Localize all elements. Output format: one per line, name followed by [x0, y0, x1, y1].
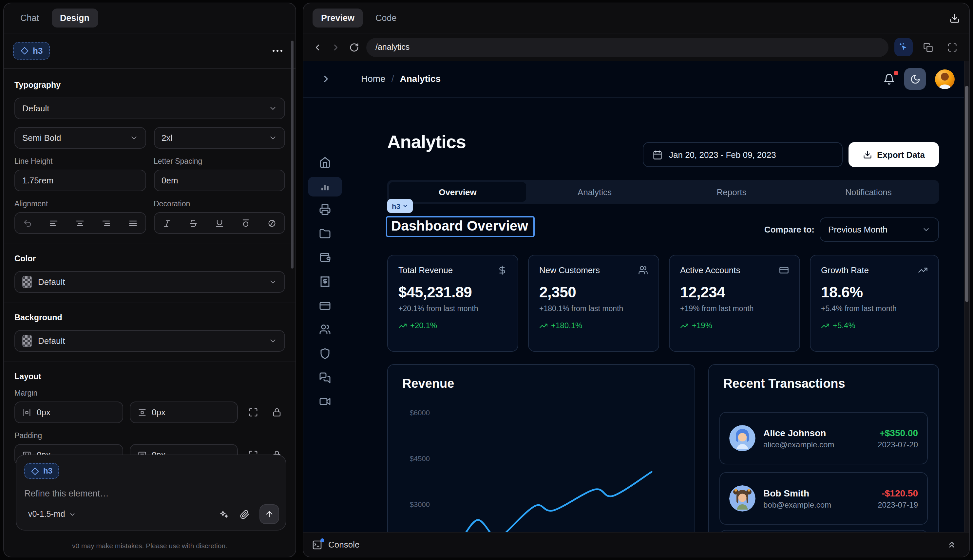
font-weight-select[interactable]: Semi Bold: [14, 127, 146, 149]
more-options-button[interactable]: [269, 46, 286, 56]
console-bar[interactable]: Console: [304, 532, 969, 557]
tab-notifications[interactable]: Notifications: [800, 182, 937, 202]
tab-overview[interactable]: Overview: [389, 182, 526, 202]
align-center-icon[interactable]: [74, 217, 86, 229]
refine-element-badge[interactable]: h3: [24, 463, 59, 479]
margin-lock-button[interactable]: [268, 407, 285, 417]
tab-preview[interactable]: Preview: [312, 8, 363, 28]
color-swatch: [22, 276, 32, 288]
margin-expand-button[interactable]: [244, 407, 262, 417]
line-height-value: 1.75rem: [22, 175, 53, 185]
receipt-icon[interactable]: [319, 276, 331, 288]
users-icon[interactable]: [319, 323, 331, 335]
stat-trend: +5.4%: [833, 321, 855, 330]
chevron-right-icon: [331, 42, 341, 52]
bell-icon: [883, 73, 895, 85]
sidebar-scrollbar[interactable]: [291, 41, 294, 268]
export-data-button[interactable]: Export Data: [848, 142, 939, 167]
transaction-row[interactable]: Alice Johnson alice@example.com +$350.00…: [719, 412, 928, 464]
align-justify-icon[interactable]: [127, 217, 139, 229]
preview-scrollbar[interactable]: [964, 61, 969, 532]
font-size-select[interactable]: 2xl: [154, 127, 285, 149]
background-color-select[interactable]: Default: [14, 330, 285, 352]
date-range-picker[interactable]: Jan 20, 2023 - Feb 09, 2023: [643, 142, 843, 167]
fullscreen-icon: [947, 42, 957, 52]
compare-select[interactable]: Previous Month: [819, 217, 939, 242]
strikethrough-icon[interactable]: [187, 217, 199, 229]
breadcrumb-separator: /: [392, 73, 394, 84]
decoration-label: Decoration: [154, 200, 285, 208]
model-select[interactable]: v0-1.5-md: [24, 509, 80, 519]
tab-chat[interactable]: Chat: [12, 8, 47, 28]
element-tag-pill[interactable]: h3: [387, 199, 413, 213]
url-input[interactable]: /analytics: [366, 38, 888, 57]
text-color-select[interactable]: Default: [14, 271, 285, 293]
copy-button[interactable]: [919, 38, 937, 56]
printer-icon[interactable]: [319, 204, 331, 215]
color-heading: Color: [14, 254, 285, 263]
tab-analytics[interactable]: Analytics: [526, 182, 663, 202]
overline-icon[interactable]: [240, 217, 252, 229]
undo-icon[interactable]: [22, 217, 33, 229]
messages-icon[interactable]: [319, 372, 331, 384]
stat-subtext: +20.1% from last month: [398, 305, 507, 312]
shield-icon[interactable]: [319, 348, 331, 360]
margin-y-input[interactable]: 0px: [129, 402, 238, 423]
bar-chart-icon[interactable]: [319, 180, 331, 192]
tab-design[interactable]: Design: [52, 8, 98, 28]
refine-input[interactable]: Refine this element…: [24, 488, 278, 498]
arrow-up-icon: [265, 510, 274, 519]
italic-icon[interactable]: [161, 217, 173, 229]
refresh-button[interactable]: [348, 41, 360, 53]
design-sidebar: Chat Design h3 Typography Default Semi B…: [3, 3, 296, 557]
trending-up-icon: [539, 321, 548, 330]
transaction-row-clipped: [719, 530, 928, 532]
chevron-down-icon: [922, 225, 930, 234]
folder-icon[interactable]: [319, 228, 331, 240]
preview-viewport: Home / Analytics: [304, 61, 969, 532]
margin-x-input[interactable]: 0px: [14, 402, 123, 423]
font-family-select[interactable]: Default: [14, 98, 285, 119]
back-button[interactable]: [311, 41, 324, 53]
credit-card-icon[interactable]: [319, 300, 331, 312]
avatar: [729, 485, 756, 512]
breadcrumb-home[interactable]: Home: [361, 73, 386, 84]
tab-reports[interactable]: Reports: [663, 182, 800, 202]
video-icon[interactable]: [319, 396, 331, 407]
transaction-row[interactable]: Bob Smith bob@example.com -$120.50 2023-…: [719, 472, 928, 525]
user-avatar[interactable]: [935, 69, 955, 89]
no-decoration-icon[interactable]: [266, 217, 278, 229]
chevron-down-icon: [269, 104, 277, 113]
download-icon: [863, 150, 872, 159]
align-right-icon[interactable]: [100, 217, 112, 229]
chevron-left-icon: [312, 42, 322, 52]
submit-button[interactable]: [259, 504, 279, 524]
notifications-button[interactable]: [883, 73, 895, 85]
tab-code[interactable]: Code: [367, 8, 405, 28]
line-height-input[interactable]: 1.75rem: [14, 170, 146, 191]
scrollbar-thumb[interactable]: [965, 86, 968, 302]
enhance-prompt-button[interactable]: [217, 508, 230, 520]
diamond-icon: [31, 467, 39, 475]
line-height-label: Line Height: [14, 157, 146, 165]
attach-file-button[interactable]: [239, 508, 251, 520]
refine-footer: v0-1.5-md: [24, 504, 279, 524]
forward-button[interactable]: [330, 41, 342, 53]
align-left-icon[interactable]: [48, 217, 60, 229]
underline-icon[interactable]: [214, 217, 225, 229]
preview-panel: Preview Code /analytics Home: [303, 3, 970, 557]
font-family-value: Default: [22, 103, 49, 113]
fullscreen-button[interactable]: [943, 38, 961, 56]
letter-spacing-input[interactable]: 0em: [154, 170, 285, 191]
sidebar-toggle[interactable]: [320, 73, 332, 85]
transaction-date: 2023-07-19: [878, 500, 918, 509]
wallet-icon[interactable]: [319, 252, 331, 263]
download-button[interactable]: [950, 13, 960, 23]
selected-element-badge[interactable]: h3: [13, 42, 50, 60]
home-icon[interactable]: [319, 157, 331, 168]
selected-heading[interactable]: Dashboard Overview: [386, 216, 535, 237]
theme-toggle[interactable]: [904, 68, 926, 90]
select-element-tool[interactable]: [895, 38, 913, 56]
padding-label: Padding: [14, 432, 285, 440]
console-expand-button[interactable]: [943, 539, 961, 550]
